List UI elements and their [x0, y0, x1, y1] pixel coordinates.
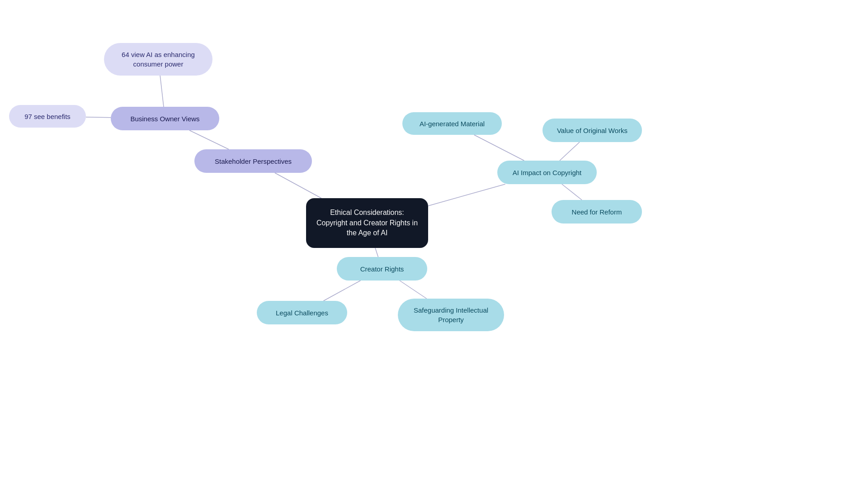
- business-owner-views-node[interactable]: Business Owner Views: [111, 107, 219, 130]
- svg-line-7: [562, 184, 582, 200]
- svg-line-6: [560, 142, 580, 161]
- legal-challenges-node[interactable]: Legal Challenges: [257, 301, 347, 324]
- center-node[interactable]: Ethical Considerations: Copyright and Cr…: [306, 198, 428, 248]
- creator-rights-node[interactable]: Creator Rights: [337, 257, 427, 281]
- svg-line-3: [86, 117, 111, 118]
- 64-view-ai-node[interactable]: 64 view AI as enhancing consumer power: [104, 43, 212, 76]
- svg-line-2: [160, 76, 164, 107]
- svg-line-4: [428, 184, 505, 206]
- need-for-reform-node[interactable]: Need for Reform: [552, 200, 642, 224]
- svg-line-8: [375, 248, 378, 257]
- svg-line-0: [275, 173, 321, 198]
- ai-impact-copyright-node[interactable]: AI Impact on Copyright: [497, 161, 597, 184]
- svg-line-1: [189, 130, 229, 149]
- safeguarding-ip-node[interactable]: Safeguarding Intellectual Property: [398, 299, 504, 331]
- ai-generated-material-node[interactable]: AI-generated Material: [402, 112, 502, 135]
- svg-line-5: [474, 135, 524, 161]
- svg-line-9: [323, 281, 360, 301]
- value-of-original-works-node[interactable]: Value of Original Works: [542, 119, 642, 142]
- 97-see-benefits-node[interactable]: 97 see benefits: [9, 105, 86, 128]
- svg-line-10: [400, 281, 427, 299]
- stakeholder-perspectives-node[interactable]: Stakeholder Perspectives: [194, 149, 312, 173]
